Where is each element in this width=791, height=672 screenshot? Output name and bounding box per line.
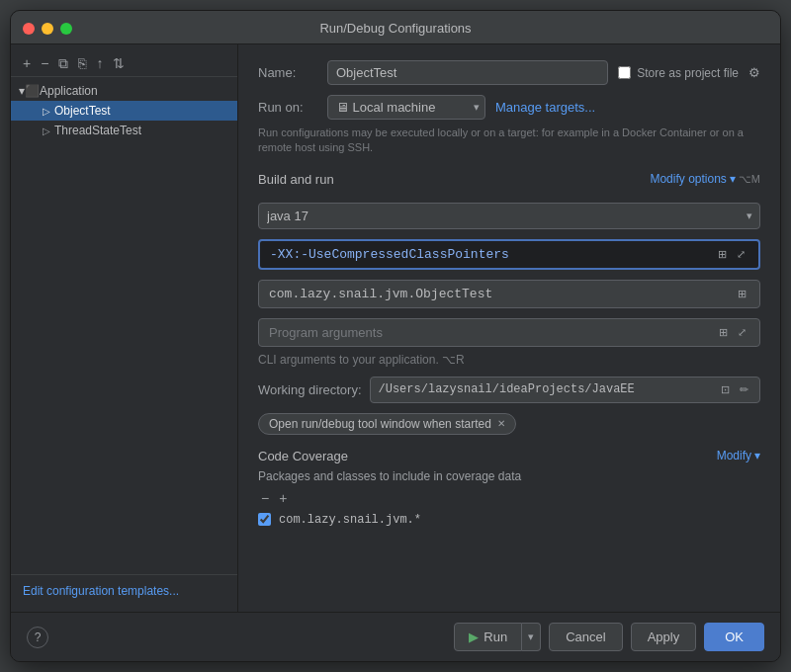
application-folder-icon: ⬛ [25, 84, 40, 98]
run-window-tag: Open run/debug tool window when started … [258, 413, 516, 435]
ok-button[interactable]: OK [704, 623, 764, 651]
run-debug-dialog: Run/Debug Configurations + − ⧉ ⎘ ↑ ⇅ ▾ ⬛… [10, 10, 781, 662]
name-label: Name: [258, 65, 317, 80]
threadstatetest-label: ThreadStateTest [54, 124, 141, 137]
name-input[interactable] [327, 60, 608, 85]
objecttest-label: ObjectTest [54, 104, 111, 118]
coverage-item-checkbox[interactable] [258, 513, 271, 526]
coverage-item-text: com.lazy.snail.jvm.* [279, 513, 421, 527]
working-dir-folder-icon[interactable]: ⊡ [718, 382, 733, 397]
sort-button[interactable]: ⇅ [109, 54, 129, 72]
run-on-dropdown-wrapper: 🖥 Local machine [327, 95, 485, 120]
add-config-button[interactable]: + [19, 54, 35, 72]
vm-options-icons: ⊞ ⤢ [715, 247, 748, 262]
coverage-header: Code Coverage Modify ▾ [258, 449, 760, 463]
build-run-label: Build and run [258, 172, 334, 187]
run-play-icon: ▶ [469, 630, 479, 644]
sidebar-toolbar: + − ⧉ ⎘ ↑ ⇅ [11, 50, 237, 77]
coverage-toolbar: − + [258, 489, 760, 507]
run-window-tag-text: Open run/debug tool window when started [269, 417, 491, 431]
config-item-icon2: ▷ [43, 126, 50, 136]
sidebar: + − ⧉ ⎘ ↑ ⇅ ▾ ⬛ Application ▷ ObjectTest… [11, 44, 238, 612]
run-on-hint: Run configurations may be executed local… [258, 126, 760, 156]
main-class-text: com.lazy.snail.jvm.ObjectTest [269, 287, 492, 301]
program-args-placeholder: Program arguments [269, 325, 383, 340]
vm-options-expand-icon[interactable]: ⊞ [715, 247, 730, 262]
dialog-title: Run/Debug Configurations [319, 21, 471, 36]
java-version-row: java 17 [258, 203, 760, 229]
remove-coverage-button[interactable]: − [258, 489, 272, 507]
packages-label: Packages and classes to include in cover… [258, 469, 760, 483]
apply-button[interactable]: Apply [631, 623, 697, 651]
prog-args-expand-icon[interactable]: ⊞ [716, 325, 731, 340]
main-class-icons: ⊞ [735, 287, 749, 301]
copy-config-button[interactable]: ⧉ [54, 54, 72, 72]
cancel-button[interactable]: Cancel [549, 623, 622, 651]
maximize-button[interactable] [60, 23, 72, 35]
code-coverage-section: Code Coverage Modify ▾ Packages and clas… [258, 449, 760, 527]
move-up-button[interactable]: ↑ [92, 54, 107, 72]
remove-config-button[interactable]: − [37, 54, 52, 72]
title-bar: Run/Debug Configurations [11, 11, 780, 44]
store-project-checkbox[interactable] [618, 66, 631, 79]
run-button[interactable]: ▶ Run [454, 623, 522, 651]
modify-shortcut: ⌥M [739, 173, 760, 186]
run-on-select[interactable]: 🖥 Local machine [327, 95, 485, 120]
run-dropdown-arrow[interactable]: ▾ [522, 623, 541, 651]
main-class-expand-icon[interactable]: ⊞ [735, 287, 749, 301]
main-class-box[interactable]: com.lazy.snail.jvm.ObjectTest ⊞ [258, 280, 760, 308]
close-button[interactable] [23, 23, 35, 35]
chevron-down-icon: ▾ [730, 172, 736, 186]
working-dir-row: Working directory: /Users/lazysnail/idea… [258, 377, 760, 403]
footer-left: ? [27, 627, 48, 648]
help-button[interactable]: ? [27, 627, 48, 648]
application-group-label: Application [40, 84, 98, 98]
prog-args-fullscreen-icon[interactable]: ⤢ [735, 325, 749, 340]
remove-tag-button[interactable]: ✕ [497, 418, 505, 429]
vm-options-box[interactable]: -XX:-UseCompressedClassPointers ⊞ ⤢ [258, 239, 760, 270]
tree-application-parent[interactable]: ▾ ⬛ Application [11, 81, 237, 101]
paste-config-button[interactable]: ⎘ [74, 54, 90, 72]
code-coverage-label: Code Coverage [258, 449, 348, 463]
run-on-row: Run on: 🖥 Local machine Manage targets..… [258, 95, 760, 120]
store-project-label: Store as project file [618, 66, 739, 80]
working-dir-icons: ⊡ ✏ [718, 382, 751, 397]
java-version-select[interactable]: java 17 [258, 203, 760, 229]
cli-hint: CLI arguments to your application. ⌥R [258, 353, 760, 367]
working-dir-label: Working directory: [258, 382, 362, 397]
sidebar-item-threadstatetest[interactable]: ▷ ThreadStateTest [11, 121, 237, 140]
working-dir-text: /Users/lazysnail/ideaProjects/JavaEE [379, 382, 635, 396]
program-args-icons: ⊞ ⤢ [716, 325, 749, 340]
window-controls [23, 23, 72, 35]
run-on-label: Run on: [258, 100, 317, 115]
edit-templates-link[interactable]: Edit configuration templates... [23, 584, 179, 598]
coverage-chevron-icon: ▾ [754, 449, 760, 462]
modify-options-button[interactable]: Modify options ▾ ⌥M [650, 172, 760, 186]
name-row: Name: Store as project file ⚙ [258, 60, 760, 85]
run-button-group: ▶ Run ▾ [454, 623, 541, 651]
vm-options-fullscreen-icon[interactable]: ⤢ [734, 247, 748, 262]
minimize-button[interactable] [42, 23, 53, 35]
edit-templates-section: Edit configuration templates... [11, 574, 237, 606]
modify-coverage-button[interactable]: Modify ▾ [717, 449, 760, 462]
build-run-section-header: Build and run Modify options ▾ ⌥M [258, 172, 760, 187]
main-panel: Name: Store as project file ⚙ Run on: 🖥 … [238, 44, 780, 612]
tag-chip-row: Open run/debug tool window when started … [258, 413, 760, 435]
main-content: + − ⧉ ⎘ ↑ ⇅ ▾ ⬛ Application ▷ ObjectTest… [11, 44, 780, 612]
sidebar-item-objecttest[interactable]: ▷ ObjectTest [11, 101, 237, 121]
settings-icon: ⚙ [748, 65, 760, 80]
vm-options-text: -XX:-UseCompressedClassPointers [270, 247, 715, 262]
coverage-item: com.lazy.snail.jvm.* [258, 513, 760, 527]
footer-right: ▶ Run ▾ Cancel Apply OK [454, 623, 764, 651]
manage-targets-link[interactable]: Manage targets... [495, 100, 595, 115]
config-item-icon: ▷ [43, 106, 50, 117]
add-coverage-button[interactable]: + [276, 489, 290, 507]
working-dir-field[interactable]: /Users/lazysnail/ideaProjects/JavaEE ⊡ ✏ [370, 377, 760, 403]
program-args-box[interactable]: Program arguments ⊞ ⤢ [258, 318, 760, 347]
working-dir-edit-icon[interactable]: ✏ [737, 382, 751, 397]
footer: ? ▶ Run ▾ Cancel Apply OK [11, 612, 780, 661]
